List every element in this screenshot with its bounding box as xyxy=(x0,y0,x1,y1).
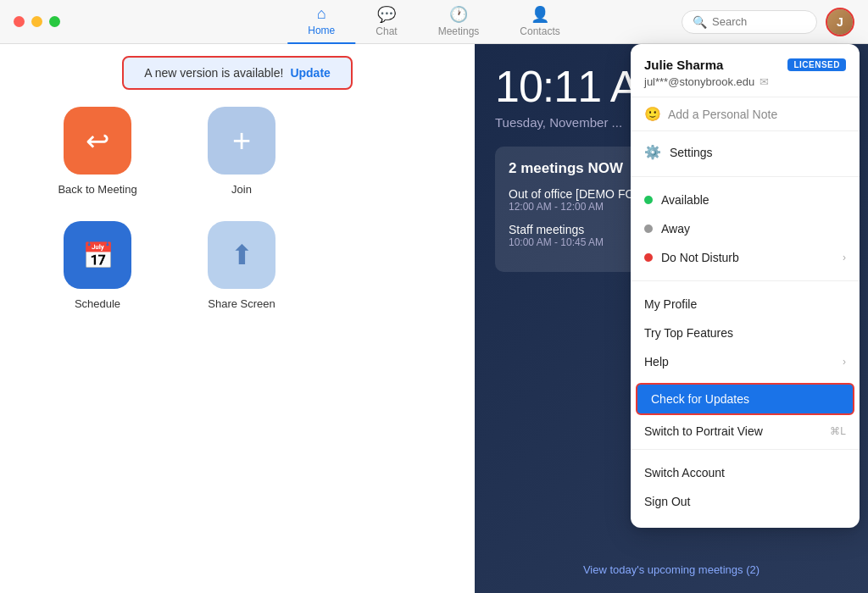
top-features-item[interactable]: Try Top Features xyxy=(631,319,860,347)
my-profile-item[interactable]: My Profile xyxy=(631,290,860,319)
header-right: 🔍 J xyxy=(682,8,854,36)
tab-chat[interactable]: 💬 Chat xyxy=(355,0,417,44)
sign-out-item[interactable]: Sign Out xyxy=(631,487,860,516)
action-back-to-meeting[interactable]: ↩ Back to Meeting xyxy=(51,107,144,196)
dnd-dot xyxy=(644,253,653,262)
note-icon: 🙂 xyxy=(644,106,661,122)
dropdown-header: Julie Sharma LICENSED jul***@stonybrook.… xyxy=(631,44,860,97)
status-away-left: Away xyxy=(644,222,690,236)
action-grid: ↩ Back to Meeting + Join 📅 Schedule ⬆ xyxy=(51,107,288,310)
status-available[interactable]: Available xyxy=(631,186,860,214)
minimize-button[interactable] xyxy=(31,16,42,27)
check-updates-item[interactable]: Check for Updates xyxy=(636,383,854,415)
settings-item-left: ⚙️ Settings xyxy=(644,144,713,160)
action-join[interactable]: + Join xyxy=(195,107,288,196)
settings-label: Settings xyxy=(670,146,713,159)
profile-section: My Profile Try Top Features Help › xyxy=(631,285,860,381)
tab-home-label: Home xyxy=(308,25,335,36)
avatar-button[interactable]: J xyxy=(826,8,854,36)
maximize-button[interactable] xyxy=(49,16,60,27)
gear-icon: ⚙️ xyxy=(644,144,661,160)
traffic-lights xyxy=(14,16,60,27)
settings-item[interactable]: ⚙️ Settings xyxy=(631,136,860,168)
dropdown-user-row: Julie Sharma LICENSED xyxy=(644,58,846,72)
dropdown-username: Julie Sharma xyxy=(644,58,723,72)
update-message: A new version is available! xyxy=(144,66,283,80)
join-button[interactable]: + xyxy=(208,107,275,175)
switch-account-label: Switch Account xyxy=(644,466,725,479)
status-away[interactable]: Away xyxy=(631,214,860,243)
plus-icon: + xyxy=(232,123,251,159)
meetings-icon: 🕐 xyxy=(449,5,468,24)
update-link[interactable]: Update xyxy=(290,66,330,80)
back-to-meeting-button[interactable]: ↩ xyxy=(64,107,131,175)
status-available-left: Available xyxy=(644,193,709,207)
tab-contacts-label: Contacts xyxy=(520,25,559,37)
schedule-button[interactable]: 📅 xyxy=(64,221,131,289)
tab-chat-label: Chat xyxy=(376,25,397,37)
calendar-icon: 📅 xyxy=(82,241,114,270)
dropdown-email-row: jul***@stonybrook.edu ✉ xyxy=(644,75,846,88)
schedule-label: Schedule xyxy=(75,297,120,310)
help-item[interactable]: Help › xyxy=(631,347,860,376)
away-label: Away xyxy=(661,222,690,236)
action-schedule[interactable]: 📅 Schedule xyxy=(51,221,144,310)
view-upcoming-link[interactable]: View today's upcoming meetings (2) xyxy=(475,555,868,585)
upload-icon: ⬆ xyxy=(231,239,253,271)
help-label: Help xyxy=(644,355,669,369)
available-dot xyxy=(644,196,653,204)
share-screen-button[interactable]: ⬆ xyxy=(208,221,275,289)
help-chevron-icon: › xyxy=(843,356,846,368)
avatar-face: J xyxy=(827,9,853,35)
divider-3 xyxy=(631,449,860,450)
divider-2 xyxy=(631,280,860,281)
dnd-label: Do Not Disturb xyxy=(661,251,739,264)
tab-contacts[interactable]: 👤 Contacts xyxy=(499,0,580,44)
personal-note-label: Add a Personal Note xyxy=(668,108,777,121)
my-profile-label: My Profile xyxy=(644,297,697,311)
account-section: Switch Account Sign Out xyxy=(631,453,860,521)
status-dnd[interactable]: Do Not Disturb › xyxy=(631,243,860,272)
nav-tabs: ⌂ Home 💬 Chat 🕐 Meetings 👤 Contacts xyxy=(287,0,580,44)
status-section: Available Away Do Not Disturb › xyxy=(631,180,860,277)
email-verified-icon: ✉ xyxy=(760,75,769,88)
left-panel: A new version is available! Update ↩ Bac… xyxy=(0,44,475,593)
title-bar: ⌂ Home 💬 Chat 🕐 Meetings 👤 Contacts 🔍 J xyxy=(0,0,868,44)
tab-meetings-label: Meetings xyxy=(438,25,480,37)
chat-icon: 💬 xyxy=(377,5,396,24)
join-label: Join xyxy=(231,183,252,196)
tab-meetings[interactable]: 🕐 Meetings xyxy=(418,0,500,44)
divider-1 xyxy=(631,176,860,177)
contacts-icon: 👤 xyxy=(531,5,549,24)
search-input[interactable] xyxy=(712,15,806,28)
dropdown-email: jul***@stonybrook.edu xyxy=(644,75,754,88)
switch-account-item[interactable]: Switch Account xyxy=(631,458,860,487)
switch-portrait-item[interactable]: Switch to Portrait View ⌘L xyxy=(631,417,860,446)
update-banner: A new version is available! Update xyxy=(122,56,353,90)
back-to-meeting-label: Back to Meeting xyxy=(58,183,136,196)
close-button[interactable] xyxy=(14,16,25,27)
tab-home[interactable]: ⌂ Home xyxy=(287,0,355,44)
licensed-badge: LICENSED xyxy=(787,58,846,71)
search-icon: 🔍 xyxy=(693,15,707,29)
personal-note[interactable]: 🙂 Add a Personal Note xyxy=(631,97,860,131)
switch-portrait-shortcut: ⌘L xyxy=(830,425,846,437)
search-bar[interactable]: 🔍 xyxy=(682,10,817,34)
dropdown-menu: Julie Sharma LICENSED jul***@stonybrook.… xyxy=(631,44,860,528)
home-icon: ⌂ xyxy=(317,5,326,23)
check-updates-label: Check for Updates xyxy=(651,392,749,406)
settings-section: ⚙️ Settings xyxy=(631,131,860,173)
away-dot xyxy=(644,224,653,233)
action-share-screen[interactable]: ⬆ Share Screen xyxy=(195,221,288,310)
switch-portrait-label: Switch to Portrait View xyxy=(644,424,763,438)
share-screen-label: Share Screen xyxy=(208,297,275,310)
back-icon: ↩ xyxy=(86,124,109,158)
top-features-label: Try Top Features xyxy=(644,326,733,340)
dnd-chevron-icon: › xyxy=(843,252,846,263)
status-dnd-left: Do Not Disturb xyxy=(644,251,739,264)
available-label: Available xyxy=(661,193,709,207)
sign-out-label: Sign Out xyxy=(644,495,690,508)
